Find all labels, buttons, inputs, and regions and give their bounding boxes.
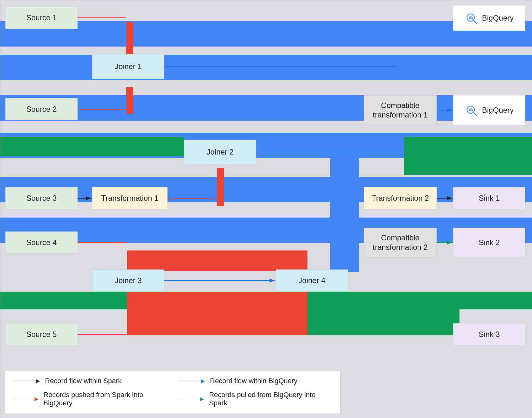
label: BigQuery <box>482 105 514 115</box>
bigquery-icon <box>465 104 478 117</box>
legend-label: Record flow within BigQuery <box>210 377 297 385</box>
label: Source 3 <box>26 193 57 203</box>
svg-rect-3 <box>470 16 471 19</box>
svg-rect-4 <box>472 17 473 19</box>
blue-connector-right <box>330 158 359 272</box>
legend-spark: Record flow within Spark <box>14 377 166 385</box>
node-joiner-1: Joiner 1 <box>92 54 164 79</box>
node-joiner-2: Joiner 2 <box>184 140 256 164</box>
label: Sink 1 <box>479 193 500 203</box>
node-sink-3: Sink 3 <box>453 323 525 345</box>
green-strip-right <box>404 137 532 175</box>
svg-rect-7 <box>469 109 470 111</box>
label: Sink 3 <box>479 330 500 339</box>
legend: Record flow within Spark Record flow wit… <box>5 370 340 414</box>
legend-arrow-blue <box>179 381 204 381</box>
node-joiner-3: Joiner 3 <box>92 269 164 292</box>
red-strip-b <box>126 87 133 114</box>
svg-rect-8 <box>470 108 471 111</box>
label: Joiner 3 <box>115 276 142 285</box>
bq-band-5 <box>0 177 532 202</box>
label: Compatible transformation 2 <box>367 233 433 252</box>
svg-line-6 <box>473 112 477 116</box>
node-transformation-1: Transformation 1 <box>92 187 168 209</box>
node-bigquery-2: BigQuery <box>453 95 525 125</box>
red-strip-d <box>127 250 307 271</box>
red-strip-c <box>217 168 224 206</box>
node-sink-2: Sink 2 <box>453 228 525 257</box>
node-sink-1: Sink 1 <box>453 187 525 209</box>
legend-label: Records pushed from Spark into BigQuery <box>43 391 166 407</box>
label: Sink 2 <box>479 238 500 247</box>
node-source-3: Source 3 <box>5 187 78 209</box>
label: Joiner 4 <box>298 276 325 285</box>
node-source-2: Source 2 <box>5 98 78 120</box>
legend-bigquery: Record flow within BigQuery <box>179 377 331 385</box>
diagram-canvas: Source 1 BigQuery Joiner 1 Source 2 Comp… <box>0 0 532 418</box>
svg-rect-9 <box>472 110 473 111</box>
bigquery-icon <box>465 12 478 24</box>
legend-arrow-green <box>179 399 203 399</box>
bq-band-2 <box>0 55 532 80</box>
legend-label: Record flow within Spark <box>45 377 122 385</box>
node-source-1: Source 1 <box>5 7 78 29</box>
label: Source 4 <box>26 238 57 247</box>
node-bigquery-1: BigQuery <box>453 5 525 31</box>
node-comp-trans-1: Compatible transformation 1 <box>364 95 437 125</box>
red-strip-e <box>127 292 307 335</box>
node-transformation-2: Transformation 2 <box>364 187 437 209</box>
legend-push: Records pushed from Spark into BigQuery <box>14 391 166 407</box>
label: Source 2 <box>26 104 57 114</box>
svg-rect-2 <box>469 17 470 19</box>
legend-label: Records pulled from BigQuery into Spark <box>209 391 331 407</box>
label: Transformation 2 <box>372 193 429 203</box>
label: BigQuery <box>482 13 514 23</box>
svg-line-1 <box>473 20 477 23</box>
legend-pull: Records pulled from BigQuery into Spark <box>179 391 331 407</box>
legend-arrow-red <box>14 399 38 399</box>
label: Joiner 1 <box>115 62 142 71</box>
label: Transformation 1 <box>101 193 159 203</box>
node-joiner-4: Joiner 4 <box>276 269 348 292</box>
node-source-4: Source 4 <box>5 231 78 254</box>
legend-arrow-black <box>14 381 39 381</box>
label: Joiner 2 <box>206 147 233 157</box>
green-strip-top <box>0 137 184 156</box>
label: Compatible transformation 1 <box>367 101 433 120</box>
bq-band-1 <box>0 21 532 47</box>
green-strip-low <box>307 309 459 335</box>
label: Source 5 <box>26 330 57 339</box>
bq-band-3 <box>0 95 532 121</box>
node-source-5: Source 5 <box>5 323 78 345</box>
bq-band-6 <box>0 218 532 243</box>
node-comp-trans-2: Compatible transformation 2 <box>364 228 437 257</box>
label: Source 1 <box>26 13 57 22</box>
